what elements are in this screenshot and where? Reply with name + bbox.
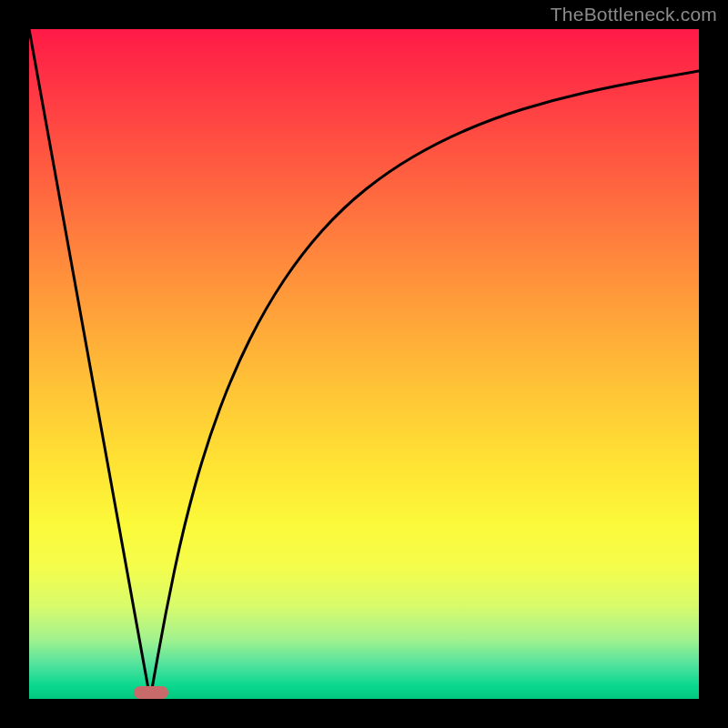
watermark-text: TheBottleneck.com <box>551 4 717 25</box>
plot-area <box>29 29 699 699</box>
outer-frame: TheBottleneck.com <box>0 0 728 728</box>
optimum-marker <box>134 686 168 699</box>
bottleneck-curve <box>29 29 699 699</box>
